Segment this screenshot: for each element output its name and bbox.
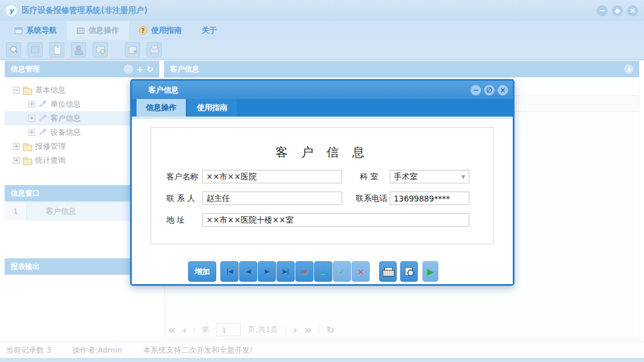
customer-name-label: 客户名称	[166, 172, 198, 182]
users-icon	[74, 45, 83, 54]
tool-icon	[38, 100, 47, 108]
last-page-icon[interactable]: »	[304, 323, 311, 336]
monitor-search-icon	[96, 45, 105, 54]
page-suffix-label: 页,共1页	[248, 325, 278, 335]
tree-item-label: 客户信息	[50, 113, 81, 124]
tab-info-operate[interactable]: 信息操作	[67, 21, 129, 40]
form-heading: 客 户 信 息	[151, 144, 493, 160]
department-select[interactable]: 手术室 ▼	[390, 170, 469, 183]
expand-node-icon[interactable]: +	[13, 157, 20, 164]
dialog-title: 客户信息	[148, 85, 179, 95]
first-record-button[interactable]: |◀	[220, 261, 238, 282]
report-output-title: 报表输出	[11, 262, 40, 272]
address-input[interactable]	[202, 213, 469, 227]
search-icon	[9, 45, 18, 54]
tree-item-label: 基本信息	[35, 85, 66, 95]
add-panel-icon[interactable]: +	[137, 64, 144, 74]
print-preview-button[interactable]	[400, 261, 418, 282]
monitor-search-button[interactable]	[93, 42, 108, 57]
record-count-label: 当前记录数 3	[6, 345, 51, 356]
page-number-input[interactable]	[216, 323, 241, 336]
dialog-header[interactable]: 客户信息 − ∅ ×	[132, 81, 513, 99]
users-button[interactable]	[71, 42, 86, 57]
page-prefix-label: 第	[202, 325, 209, 335]
tool-icon	[38, 114, 47, 122]
phone-input[interactable]	[390, 192, 469, 205]
print-button[interactable]	[379, 261, 397, 282]
expand-node-icon[interactable]: +	[28, 129, 35, 136]
folder-icon	[23, 156, 32, 165]
dialog-tab-info-operate[interactable]: 信息操作	[137, 99, 186, 117]
document-icon	[52, 45, 62, 54]
phone-label: 联系电话	[356, 193, 387, 204]
divider	[194, 325, 195, 334]
tab-about[interactable]: 关于	[192, 21, 227, 40]
edit-button[interactable]: ▲	[314, 261, 332, 282]
tab-user-guide[interactable]: ? 使用指南	[129, 21, 192, 40]
tab-system-nav[interactable]: 系统导航	[5, 21, 67, 40]
delete-button[interactable]: =	[295, 261, 314, 282]
cancel-button[interactable]: ×	[352, 261, 370, 282]
run-button[interactable]: ▶	[422, 261, 438, 282]
department-value: 手术室	[394, 172, 418, 182]
collapse-node-icon[interactable]: −	[13, 87, 20, 94]
toolbar	[0, 40, 644, 60]
document-button[interactable]	[49, 42, 64, 57]
commit-button[interactable]: ✓	[333, 261, 351, 282]
doc-add-icon	[128, 45, 137, 54]
dialog-body: 客 户 信 息 客户名称 科 室 手术室 ▼ 联 系 人 联系电话 地 址	[132, 117, 513, 284]
dialog-tab-user-guide[interactable]: 使用指南	[188, 99, 237, 117]
tree-item-label: 设备信息	[50, 127, 81, 138]
refresh-panel-icon[interactable]: ↻	[146, 64, 154, 74]
info-manage-header: 信息管理 ‹ + ↻	[5, 61, 159, 77]
printer-button[interactable]	[146, 42, 162, 57]
tree-item-label: 统计查询	[35, 155, 66, 166]
next-page-icon[interactable]: ›	[293, 323, 298, 336]
main-panel-header: 客户信息 ∧	[164, 61, 639, 77]
dialog-disable-icon[interactable]: ∅	[484, 85, 495, 95]
first-page-icon[interactable]: «	[168, 323, 175, 336]
minimize-icon[interactable]: −	[597, 5, 608, 16]
info-window-title: 信息窗口	[11, 189, 40, 199]
tab-label: 使用指南	[151, 25, 182, 36]
grid-icon	[77, 28, 84, 34]
search-button[interactable]	[6, 42, 21, 57]
close-icon[interactable]: ×	[627, 5, 638, 16]
collapse-up-icon[interactable]: ∧	[624, 64, 633, 74]
expand-node-icon[interactable]: +	[28, 115, 35, 122]
doc-add-button[interactable]	[125, 42, 140, 57]
collapse-panel-icon[interactable]: ‹	[124, 64, 133, 74]
table-icon	[31, 46, 39, 53]
window-icon	[15, 28, 22, 34]
add-button[interactable]: 增加	[188, 261, 216, 282]
title-bar: y 医疗设备报修管理系统(非注册用户) − ◆ ×	[0, 0, 644, 21]
tool-icon	[38, 128, 47, 136]
customer-name-input[interactable]	[202, 170, 342, 183]
table-form-button[interactable]	[28, 42, 43, 57]
maximize-icon[interactable]: ◆	[612, 5, 623, 16]
next-record-button[interactable]: ▶	[258, 261, 276, 282]
operator-label: 操作者:Admin	[72, 345, 122, 356]
expand-node-icon[interactable]: +	[13, 143, 20, 150]
main-tab-bar: 系统导航 信息操作 ? 使用指南 关于	[0, 21, 644, 40]
main-panel-title: 客户信息	[170, 64, 199, 74]
expand-node-icon[interactable]: +	[28, 101, 35, 108]
pagination-bar: « ‹ 第 页,共1页 › » ↻	[168, 320, 635, 340]
system-note-label: 本系统支持二次开发和全新开发!	[143, 345, 253, 356]
bottom-strip	[0, 358, 644, 362]
dialog-tab-bar: 信息操作 使用指南	[132, 99, 513, 117]
contact-input[interactable]	[202, 192, 342, 205]
window-title: 医疗设备报修管理系统(非注册用户)	[22, 5, 148, 16]
chevron-down-icon: ▼	[461, 174, 465, 180]
folder-icon	[23, 86, 32, 94]
department-label: 科 室	[360, 172, 378, 182]
dialog-minimize-icon[interactable]: −	[471, 85, 481, 95]
last-record-button[interactable]: ▶|	[277, 261, 295, 282]
refresh-icon[interactable]: ↻	[326, 324, 335, 336]
dialog-close-icon[interactable]: ×	[498, 85, 508, 95]
edit-icon: ▲	[321, 269, 325, 275]
prev-page-icon[interactable]: ‹	[182, 323, 187, 336]
prev-record-button[interactable]: ◀	[239, 261, 257, 282]
tab-label: 信息操作	[88, 25, 119, 36]
tab-label: 关于	[202, 25, 217, 36]
